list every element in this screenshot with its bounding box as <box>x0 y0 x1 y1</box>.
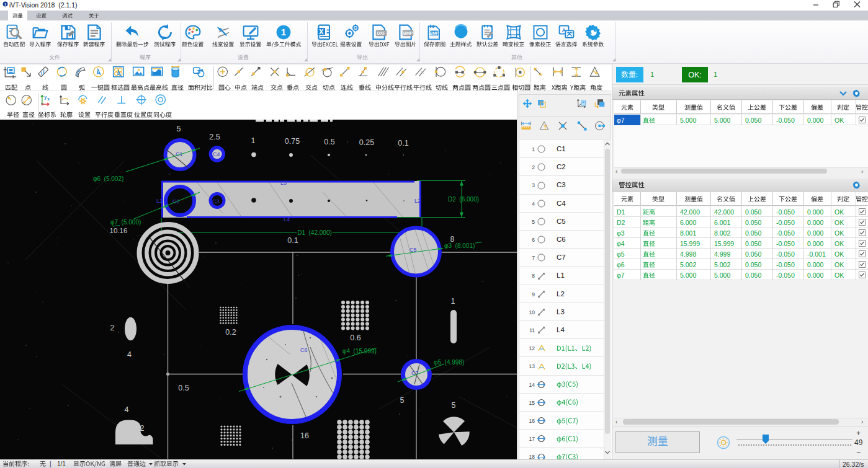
svg-text:0.1: 0.1 <box>287 236 298 245</box>
svg-text:x: x <box>47 96 50 102</box>
svg-text:16: 16 <box>300 431 309 440</box>
svg-text:φ7 (5.000): φ7 (5.000) <box>110 219 141 226</box>
svg-text:C6: C6 <box>300 347 308 353</box>
svg-text:5: 5 <box>452 401 456 410</box>
svg-text:1: 1 <box>251 136 256 145</box>
svg-text:4: 4 <box>125 405 129 414</box>
svg-text:1: 1 <box>4 2 6 6</box>
svg-text:0.5: 0.5 <box>324 138 334 146</box>
svg-text:L4: L4 <box>284 216 290 223</box>
svg-text:BMP: BMP <box>403 31 413 35</box>
svg-text:φ6 (5.002): φ6 (5.002) <box>93 175 123 182</box>
svg-text:10.16: 10.16 <box>110 227 128 234</box>
svg-text:0.6: 0.6 <box>350 333 360 342</box>
svg-text:C4: C4 <box>213 151 220 157</box>
svg-text:5: 5 <box>177 125 181 133</box>
svg-text:BMP: BMP <box>429 31 439 35</box>
svg-text:0.75: 0.75 <box>285 137 300 146</box>
svg-text:C1: C1 <box>176 151 183 157</box>
svg-text:L2: L2 <box>414 198 421 204</box>
svg-text:1: 1 <box>451 297 455 306</box>
svg-text:φ3 (8.001): φ3 (8.001) <box>444 242 475 249</box>
svg-text:D1 (42.000): D1 (42.000) <box>297 229 332 236</box>
svg-text:0.5: 0.5 <box>178 384 189 392</box>
svg-text:L3: L3 <box>280 180 287 186</box>
svg-text:4: 4 <box>127 350 132 359</box>
svg-text:2.5: 2.5 <box>209 133 220 141</box>
svg-text:1: 1 <box>281 27 286 37</box>
svg-text:5: 5 <box>400 396 405 405</box>
svg-text:L1: L1 <box>156 198 163 204</box>
svg-text:0.1: 0.1 <box>398 139 408 148</box>
svg-text:DXF: DXF <box>377 31 387 35</box>
svg-text:2: 2 <box>110 324 115 332</box>
svg-text:φ5 (4.998): φ5 (4.998) <box>434 359 464 366</box>
svg-text:0.25: 0.25 <box>359 138 374 147</box>
svg-text:D2 (6.000): D2 (6.000) <box>448 196 479 203</box>
svg-text:C3: C3 <box>212 198 220 205</box>
svg-text:8: 8 <box>450 235 455 244</box>
svg-text:φ4 (15.999): φ4 (15.999) <box>342 348 377 355</box>
svg-text:X: X <box>319 28 323 35</box>
svg-text:0.2: 0.2 <box>225 328 236 337</box>
